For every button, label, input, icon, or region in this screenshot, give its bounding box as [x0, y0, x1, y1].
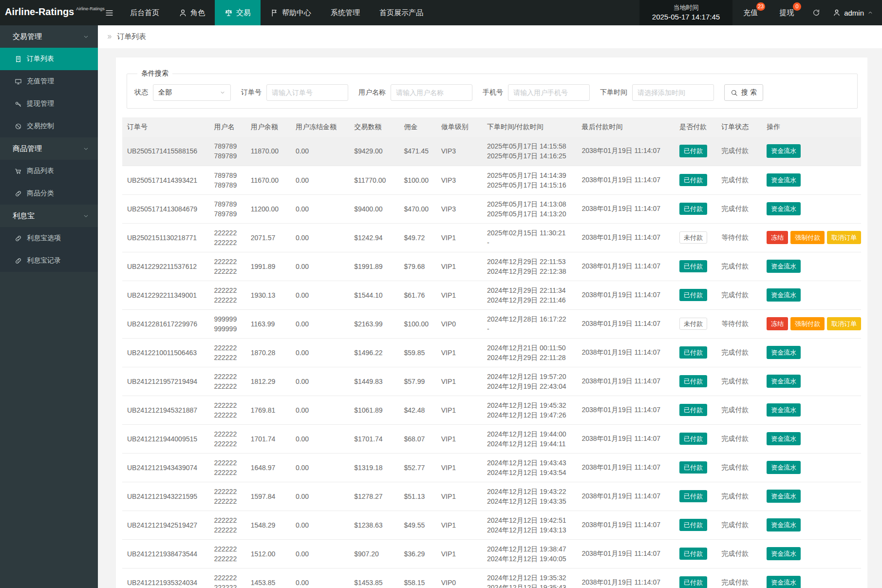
nav-item-roles[interactable]: 角色 [169, 0, 215, 25]
sidebar-item-order-list[interactable]: 订单列表 [0, 48, 98, 70]
fund-flow-button[interactable]: 资金流水 [767, 288, 801, 302]
column-header: 用户余额 [246, 117, 291, 137]
nav-item-label: 首页展示产品 [379, 8, 423, 18]
search-legend: 条件搜索 [137, 69, 172, 78]
fund-flow-button[interactable]: 资金流水 [767, 346, 801, 360]
payment-status-badge: 已付款 [679, 433, 707, 445]
order-status: 完成付款 [716, 252, 762, 281]
is-paid: 已付款 [675, 396, 716, 424]
order-time-input[interactable] [632, 84, 714, 101]
nav-item-home[interactable]: 后台首页 [120, 0, 169, 25]
fund-flow-button[interactable]: 资金流水 [767, 202, 801, 216]
actions-cell: 冻结强制付款取消订单 [762, 223, 861, 252]
fund-flow-button[interactable]: 资金流水 [767, 461, 801, 474]
order-pay-time: 2024年12月12日 19:43:222024年12月12日 19:43:35 [482, 482, 577, 511]
last-pay-time: 2038年01月19日 11:14:07 [577, 539, 675, 568]
payment-status-badge: 已付款 [679, 461, 707, 474]
row-actions: 资金流水 [767, 403, 856, 417]
sidebar-item-product-category[interactable]: 商品分类 [0, 182, 98, 205]
sidebar-section-product-management[interactable]: 商品管理 [0, 137, 98, 160]
fund-flow-button[interactable]: 资金流水 [767, 173, 801, 187]
recharge-nav-button[interactable]: 充值 23 [732, 0, 769, 25]
search-button[interactable]: 搜 索 [724, 84, 763, 101]
menu-toggle-button[interactable] [98, 0, 120, 25]
order-pay-time: 2025年02月15日 11:30:21- [482, 223, 577, 252]
commission: $470.00 [399, 194, 436, 223]
payment-status-badge: 未付款 [679, 318, 707, 330]
phone-input[interactable] [508, 84, 590, 101]
freeze-button[interactable]: 冻结 [767, 231, 788, 245]
username: 222222222222 [209, 482, 245, 511]
nav-item-trade[interactable]: 交易 [215, 0, 261, 25]
row-actions: 资金流水 [767, 375, 856, 388]
force-pay-button[interactable]: 强制付款 [790, 317, 825, 331]
username-input[interactable] [391, 84, 472, 101]
order-status: 完成付款 [716, 338, 762, 367]
sidebar-item-label: 交易控制 [27, 122, 54, 131]
is-paid: 已付款 [675, 194, 716, 223]
fund-flow-button[interactable]: 资金流水 [767, 144, 801, 158]
admin-menu[interactable]: admin [828, 0, 882, 25]
order-pay-time: 2025年05月17日 14:14:392025年05月17日 14:15:16 [482, 166, 577, 194]
order-no-input[interactable] [266, 84, 348, 101]
payment-status-badge: 已付款 [679, 174, 707, 187]
column-header: 做单级别 [436, 117, 482, 137]
is-paid: 已付款 [675, 568, 716, 588]
payment-status-badge: 未付款 [679, 231, 707, 244]
sidebar-item-lixibao-options[interactable]: 利息宝选项 [0, 227, 98, 249]
trade-amount: $1238.63 [349, 511, 399, 539]
sidebar-item-trade-control[interactable]: 交易控制 [0, 115, 98, 137]
vip-level: VIP1 [436, 511, 482, 539]
nav-item-system[interactable]: 系统管理 [321, 0, 370, 25]
last-pay-time: 2038年01月19日 11:14:07 [577, 194, 675, 223]
fund-flow-button[interactable]: 资金流水 [767, 375, 801, 388]
search-button-label: 搜 索 [741, 88, 757, 97]
fund-flow-button[interactable]: 资金流水 [767, 490, 801, 503]
top-navbar: Airline-Ratings Airline-Ratings 后台首页角色交易… [0, 0, 882, 25]
sidebar-item-lixibao-records[interactable]: 利息宝记录 [0, 249, 98, 272]
sidebar-item-recharge-management[interactable]: 充值管理 [0, 70, 98, 93]
actions-cell: 资金流水 [762, 281, 861, 309]
order-no: UB2412292211349001 [122, 281, 209, 309]
sidebar-section-lixibao[interactable]: 利息宝 [0, 205, 98, 227]
fund-flow-button[interactable]: 资金流水 [767, 260, 801, 273]
sidebar-item-product-list[interactable]: 商品列表 [0, 160, 98, 182]
user-balance: 1512.00 [246, 539, 291, 568]
table-row: UB24121219384735442222222222221512.000.0… [122, 539, 861, 568]
commission: $59.85 [399, 338, 436, 367]
frozen-amount: 0.00 [291, 166, 349, 194]
force-pay-button[interactable]: 强制付款 [790, 231, 825, 245]
payment-status-badge: 已付款 [679, 375, 707, 388]
user-balance: 1453.85 [246, 568, 291, 588]
is-paid: 已付款 [675, 511, 716, 539]
fund-flow-button[interactable]: 资金流水 [767, 518, 801, 532]
search-icon [731, 89, 738, 96]
nav-item-products[interactable]: 首页展示产品 [370, 0, 433, 25]
order-no: UB2412121957219494 [122, 367, 209, 396]
cancel-order-button[interactable]: 取消订单 [827, 231, 861, 245]
trade-amount: $1278.27 [349, 482, 399, 511]
is-paid: 已付款 [675, 482, 716, 511]
sidebar-section-trade-management[interactable]: 交易管理 [0, 25, 98, 48]
status-select[interactable]: 全部 [153, 84, 231, 101]
order-no: UB2505171415588156 [122, 137, 209, 166]
cancel-order-button[interactable]: 取消订单 [827, 317, 861, 331]
nav-item-help[interactable]: 帮助中心 [261, 0, 321, 25]
freeze-button[interactable]: 冻结 [767, 317, 788, 331]
user-balance: 11200.00 [246, 194, 291, 223]
withdraw-nav-button[interactable]: 提现 0 [769, 0, 805, 25]
field-label: 手机号 [483, 88, 503, 97]
fund-flow-button[interactable]: 资金流水 [767, 403, 801, 417]
actions-cell: 资金流水 [762, 252, 861, 281]
trade-amount: $2163.99 [349, 309, 399, 338]
fund-flow-button[interactable]: 资金流水 [767, 432, 801, 446]
table-row: UB24122100115064632222222222221870.280.0… [122, 338, 861, 367]
sidebar-item-withdraw-management[interactable]: 提现管理 [0, 93, 98, 115]
order-pay-time: 2024年12月12日 19:45:322024年12月12日 19:47:26 [482, 396, 577, 424]
vip-level: VIP0 [436, 568, 482, 588]
fund-flow-button[interactable]: 资金流水 [767, 576, 801, 588]
refresh-button[interactable] [805, 0, 828, 25]
payment-status-badge: 已付款 [679, 548, 707, 560]
navbar-right: 当地时间 2025-05-17 14:17:45 充值 23 提现 0 admi… [639, 0, 882, 25]
fund-flow-button[interactable]: 资金流水 [767, 547, 801, 561]
